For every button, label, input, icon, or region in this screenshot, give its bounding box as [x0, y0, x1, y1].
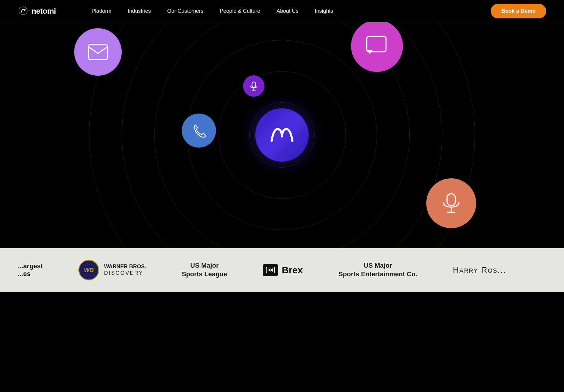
svg-rect-0 — [88, 45, 107, 59]
nav-links: Platform Industries Our Customers People… — [91, 8, 491, 14]
mic-small-orb — [243, 75, 264, 97]
navbar: netomi Platform Industries Our Customers… — [0, 0, 564, 22]
customer-us-sports-ent: US MajorSports Entertainment Co. — [338, 261, 417, 278]
nav-platform[interactable]: Platform — [91, 8, 111, 14]
customer-us-sports: US MajorSports League — [182, 261, 227, 278]
us-sports-text: US MajorSports League — [182, 261, 227, 278]
chat-icon — [365, 35, 389, 57]
logo[interactable]: netomi — [18, 6, 56, 16]
svg-rect-5 — [447, 194, 455, 206]
netomi-logo-icon — [267, 123, 297, 147]
customers-inner: ...argest...es WB WARNER BROS. DISCOVERY… — [0, 260, 564, 280]
brex-logo: Brex — [263, 264, 303, 276]
customer-harry-ros: Harry Ros... — [453, 265, 506, 275]
partial-text-left: ...argest...es — [18, 262, 43, 278]
nav-about-us[interactable]: About Us — [276, 8, 298, 14]
mic-small-icon — [250, 81, 258, 91]
customer-partial-left: ...argest...es — [18, 262, 43, 278]
wb-line2: DISCOVERY — [104, 270, 146, 277]
chat-orb — [351, 22, 403, 72]
wb-logo-circle: WB — [78, 260, 99, 280]
hero-section — [0, 22, 564, 248]
customer-brex: Brex — [263, 264, 303, 276]
brex-logo-icon — [266, 266, 275, 274]
brex-name: Brex — [282, 265, 303, 276]
email-icon — [88, 44, 108, 60]
logo-icon — [18, 6, 28, 16]
mic-large-icon — [442, 193, 461, 214]
wb-text: WARNER BROS. DISCOVERY — [104, 264, 146, 276]
nav-our-customers[interactable]: Our Customers — [167, 8, 203, 14]
phone-orb — [182, 114, 216, 148]
customer-wbd: WB WARNER BROS. DISCOVERY — [78, 260, 146, 280]
email-orb — [74, 28, 122, 76]
customers-strip: ...argest...es WB WARNER BROS. DISCOVERY… — [0, 248, 564, 292]
nav-industries[interactable]: Industries — [128, 8, 151, 14]
mic-large-orb — [426, 178, 476, 228]
us-sports-ent-text: US MajorSports Entertainment Co. — [338, 261, 417, 278]
harry-ros-text: Harry Ros... — [453, 265, 506, 275]
brex-icon — [263, 264, 278, 276]
phone-icon — [191, 123, 207, 138]
center-orb — [255, 108, 309, 162]
nav-people-culture[interactable]: People & Culture — [220, 8, 260, 14]
svg-rect-1 — [367, 36, 386, 52]
nav-insights[interactable]: Insights — [315, 8, 333, 14]
wb-line1: WARNER BROS. — [104, 264, 146, 270]
logo-text: netomi — [31, 7, 56, 16]
book-demo-button[interactable]: Book a Demo — [491, 4, 546, 18]
svg-rect-2 — [252, 82, 256, 87]
